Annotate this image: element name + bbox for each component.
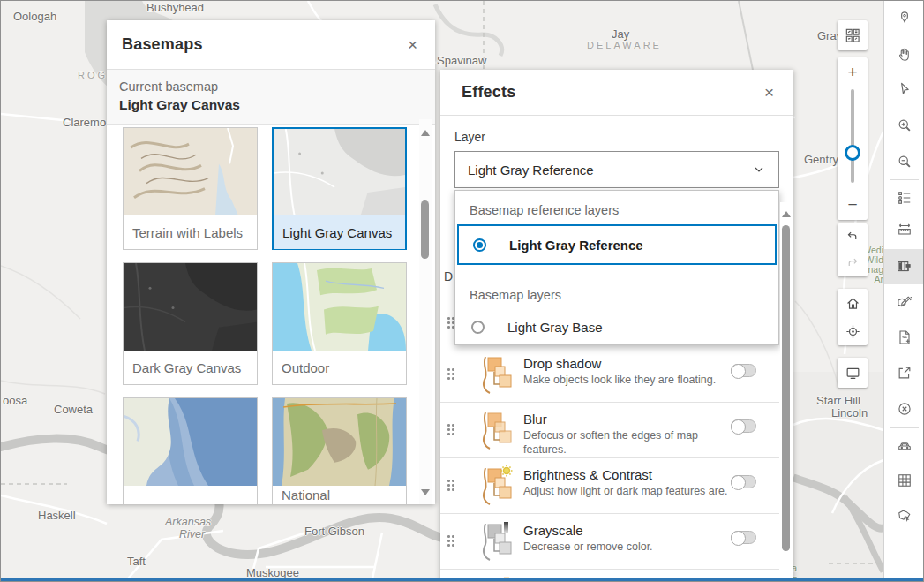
map-label-spavinaw: Spavinaw xyxy=(437,54,486,67)
basemap-card-light-gray-canvas[interactable]: Light Gray Canvas xyxy=(272,127,407,250)
dismiss-tool-button[interactable] xyxy=(884,391,924,427)
chevron-down-icon xyxy=(752,163,766,177)
grayscale-icon xyxy=(476,519,516,563)
monitor-icon xyxy=(845,365,861,382)
basemap-card-national-geographic[interactable]: National Geographic xyxy=(272,397,407,504)
effects-panel: Effects × Layer Light Gray Reference D D… xyxy=(440,70,793,582)
effects-panel-title: Effects xyxy=(462,83,515,102)
scroll-down-icon[interactable] xyxy=(421,489,430,495)
basemaps-scrollbar[interactable] xyxy=(419,119,432,504)
scrollbar-thumb[interactable] xyxy=(421,200,429,259)
radio-selected-icon[interactable] xyxy=(473,238,486,252)
effect-title: Blur xyxy=(523,412,547,427)
pin-icon xyxy=(896,10,913,27)
measure-ruler-icon xyxy=(896,221,913,238)
select-tool-button[interactable] xyxy=(884,72,924,107)
drop-shadow-toggle[interactable] xyxy=(731,364,756,377)
blur-toggle[interactable] xyxy=(731,419,756,433)
basemap-card-label: Dark Gray Canvas xyxy=(124,351,257,384)
basemaps-panel: Basemaps × Current basemap Light Gray Ca… xyxy=(107,20,435,504)
zoom-out-button[interactable]: − xyxy=(838,190,868,220)
current-basemap-section: Current basemap Light Gray Canvas xyxy=(107,70,435,125)
scroll-up-icon[interactable] xyxy=(421,130,430,136)
basemap-card-dark-gray-canvas[interactable]: Dark Gray Canvas xyxy=(123,262,258,385)
map-views-button[interactable] xyxy=(838,20,868,50)
device-preview-button[interactable] xyxy=(838,358,868,388)
map-label-jay: Jay xyxy=(612,27,629,41)
pan-tool-button[interactable] xyxy=(884,37,924,72)
basemap-card-label: Terrain with Labels xyxy=(124,215,257,249)
locate-button[interactable] xyxy=(838,317,868,345)
add-layer-tool-button[interactable] xyxy=(884,320,924,355)
table-tool-button[interactable] xyxy=(884,463,924,498)
right-toolbar xyxy=(883,1,924,582)
zoom-in-magnifier-icon xyxy=(896,117,913,134)
effect-description: Make objects look like they are floating… xyxy=(523,373,742,387)
zoom-slider-track[interactable] xyxy=(851,89,854,183)
drag-handle-icon[interactable] xyxy=(447,368,455,381)
legend-tool-button[interactable] xyxy=(884,180,924,215)
radio-unselected-icon[interactable] xyxy=(471,321,485,334)
oceans-thumbnail-image xyxy=(124,398,257,486)
map-label-coweta: Coweta xyxy=(54,403,93,416)
select-arrow-icon xyxy=(896,80,913,98)
brightness-contrast-toggle[interactable] xyxy=(731,475,756,488)
terrain-thumbnail-image xyxy=(124,128,257,215)
bottom-accent-bar xyxy=(1,578,923,581)
basemap-tool-button[interactable] xyxy=(884,249,924,284)
effect-title: Grayscale xyxy=(523,523,583,538)
drag-handle-icon[interactable] xyxy=(447,424,455,436)
layer-select[interactable]: Light Gray Reference xyxy=(454,151,779,188)
light-gray-canvas-thumbnail-image xyxy=(274,129,405,215)
undo-button[interactable] xyxy=(838,223,868,250)
home-button[interactable] xyxy=(838,289,868,317)
basemap-card-terrain-with-labels[interactable]: Terrain with Labels xyxy=(123,127,258,250)
car-icon xyxy=(896,437,913,455)
effects-scrollbar[interactable] xyxy=(780,202,793,582)
zoom-out-magnifier-icon xyxy=(896,153,913,170)
brightness-contrast-icon xyxy=(476,464,516,508)
dropdown-option-label: Light Gray Reference xyxy=(509,238,643,253)
select-features-tool-button[interactable] xyxy=(884,498,924,533)
drag-handle-icon[interactable] xyxy=(447,480,455,492)
layer-label: Layer xyxy=(454,130,485,144)
pin-tool-button[interactable] xyxy=(884,1,924,36)
scrollbar-thumb[interactable] xyxy=(782,225,790,551)
drag-handle-icon[interactable] xyxy=(447,535,455,548)
effect-description: Decrease or remove color. xyxy=(523,540,742,554)
dropdown-option-light-gray-reference[interactable]: Light Gray Reference xyxy=(457,224,777,265)
map-viewer-window: Oologah Bushyhead ROGE Claremo Spavinaw … xyxy=(0,0,924,582)
directions-tool-button[interactable] xyxy=(884,428,924,464)
basemap-icon xyxy=(896,258,913,276)
scroll-up-icon[interactable] xyxy=(782,211,791,217)
grayscale-toggle[interactable] xyxy=(731,531,756,544)
map-views-grid-icon xyxy=(844,26,861,44)
map-label-haskell: Haskell xyxy=(38,509,76,522)
effect-title: Drop shadow xyxy=(523,356,601,371)
map-label-catoosa: oosa xyxy=(3,394,27,407)
basemap-card-outdoor[interactable]: Outdoor xyxy=(272,262,407,385)
zoom-in-button[interactable]: + xyxy=(838,57,868,87)
basemap-card-oceans[interactable]: Oceans xyxy=(123,397,258,504)
share-tool-button[interactable] xyxy=(884,355,924,390)
zoom-out-tool-button[interactable] xyxy=(884,144,924,179)
basemaps-panel-title: Basemaps xyxy=(122,35,203,54)
layer-dropdown-list: Basemap reference layers Light Gray Refe… xyxy=(454,190,779,345)
map-label-arkansas: Arkansas xyxy=(165,516,211,528)
table-grid-icon xyxy=(896,472,913,489)
layer-select-value: Light Gray Reference xyxy=(468,163,594,178)
outdoor-thumbnail-image xyxy=(273,263,406,351)
basemap-card-label: National Geographic xyxy=(273,486,406,504)
measure-tool-button[interactable] xyxy=(884,212,924,247)
redo-button[interactable] xyxy=(838,250,868,276)
effect-row-grayscale: Grayscale Decrease or remove color. xyxy=(440,514,779,570)
zoom-slider-thumb[interactable] xyxy=(845,145,860,161)
home-locate-control xyxy=(838,289,868,345)
dropdown-group-reference-layers: Basemap reference layers xyxy=(470,203,619,217)
basemaps-close-icon[interactable]: × xyxy=(404,33,421,57)
effects-close-icon[interactable]: × xyxy=(761,80,778,104)
dropdown-option-light-gray-base[interactable]: Light Gray Base xyxy=(457,309,777,344)
sketch-tool-button[interactable] xyxy=(884,284,924,320)
effect-row-drop-shadow: Drop shadow Make objects look like they … xyxy=(440,347,779,403)
zoom-in-tool-button[interactable] xyxy=(884,108,924,143)
